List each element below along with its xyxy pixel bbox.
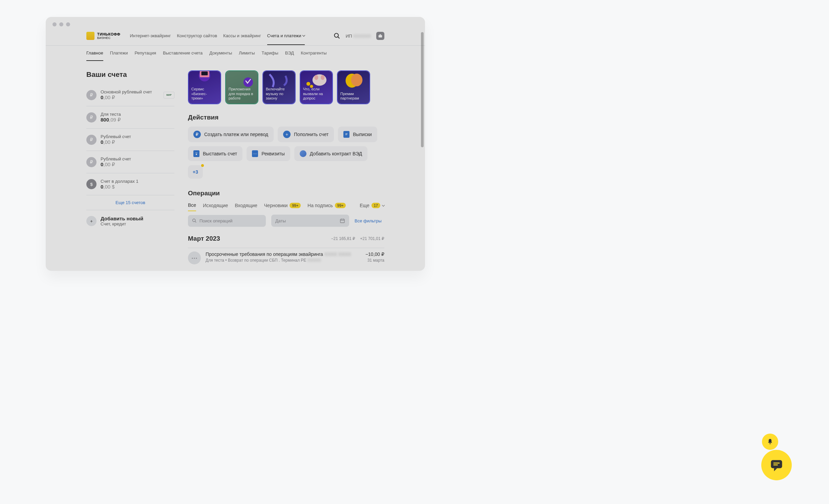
dollar-icon: $ [86, 179, 97, 189]
op-tab-incoming[interactable]: Входящие [235, 203, 257, 208]
account-name: Для теста [101, 112, 174, 117]
subnav-main[interactable]: Главное [86, 50, 103, 61]
subnav-reputation[interactable]: Репутация [134, 50, 156, 56]
story-card[interactable]: Премии партнерам [337, 70, 370, 104]
operations-title: Операции [188, 190, 384, 197]
svg-line-26 [195, 221, 196, 223]
invoice-icon [193, 150, 199, 157]
more-accounts-link[interactable]: Еще 15 счетов [86, 195, 174, 210]
action-topup[interactable]: + Пополнить счет [278, 127, 334, 142]
account-name: Рублевый счет [101, 134, 174, 139]
mir-card-badge: МИР [164, 92, 174, 98]
window-dot [66, 22, 70, 26]
search-icon[interactable] [334, 32, 340, 39]
op-tab-outgoing[interactable]: Исходящие [203, 203, 228, 208]
account-balance: 0,00 ₽ [101, 139, 174, 145]
svg-point-25 [193, 219, 195, 222]
add-new-sub: Счет, кредит [101, 221, 174, 226]
briefcase-icon [252, 150, 258, 157]
action-label: Создать платеж или перевод [204, 132, 268, 137]
shield-icon [86, 32, 94, 40]
briefcase-icon[interactable] [376, 32, 384, 40]
nav-builder[interactable]: Конструктор сайтов [177, 33, 217, 39]
operation-avatar: ⋯ [188, 251, 201, 264]
operation-amount: −10,00 ₽ [365, 251, 384, 257]
subnav-limits[interactable]: Лимиты [239, 50, 255, 56]
account-item[interactable]: ₽ Основной рублевый счет 0,00 ₽ МИР [86, 84, 174, 106]
window-dot [52, 22, 57, 26]
action-more[interactable]: +3 [188, 165, 203, 179]
account-item[interactable]: $ Счет в долларах 1 0,00 $ [86, 173, 174, 195]
svg-rect-24 [253, 154, 257, 154]
nav-acquiring[interactable]: Интернет-эквайринг [130, 33, 171, 39]
svg-rect-23 [254, 152, 256, 153]
op-tab-drafts[interactable]: Черновики 99+ [264, 203, 301, 208]
story-card[interactable]: Сервис «Бизнес-треки» [188, 70, 221, 104]
ruble-icon: ₽ [86, 90, 97, 100]
op-tab-sign[interactable]: На подпись 99+ [307, 203, 346, 208]
ruble-icon: ₽ [86, 135, 97, 145]
subnav-payments[interactable]: Платежи [110, 50, 128, 56]
subnav-tariffs[interactable]: Тарифы [262, 50, 278, 56]
subnav-invoicing[interactable]: Выставление счета [163, 50, 203, 56]
profile-name: ИП XXXXXX [346, 34, 371, 39]
account-item[interactable]: ₽ Для теста 800,09 ₽ [86, 106, 174, 129]
subnav-documents[interactable]: Документы [209, 50, 232, 56]
scrollbar[interactable] [421, 32, 424, 147]
add-new-account[interactable]: + Добавить новый Счет, кредит [86, 210, 174, 232]
svg-point-8 [313, 74, 326, 86]
svg-line-1 [338, 37, 339, 39]
brand-logo[interactable]: ТИНЬКОФФ БИЗНЕС [86, 32, 120, 40]
account-balance: 0,00 ₽ [101, 94, 160, 101]
total-in: +21 701,01 ₽ [360, 236, 384, 241]
account-balance: 0,00 $ [101, 184, 174, 190]
action-statements[interactable]: Выписки [338, 127, 377, 142]
op-tab-more[interactable]: Еще 17 [360, 203, 384, 208]
svg-point-0 [334, 34, 338, 38]
svg-point-10 [321, 75, 324, 80]
op-tab-all[interactable]: Все [188, 202, 196, 211]
story-label: Что, если вызвали на допрос [303, 87, 330, 101]
add-new-title: Добавить новый [101, 216, 174, 221]
story-label: Сервис «Бизнес-треки» [191, 87, 218, 101]
subnav-counterparties[interactable]: Контрагенты [301, 50, 327, 56]
story-card[interactable]: Что, если вызвали на допрос [300, 70, 333, 104]
svg-rect-17 [345, 134, 347, 134]
operation-sub: Для теста • Возврат по операции СБП . Те… [206, 258, 361, 263]
account-balance: 800,09 ₽ [101, 117, 174, 123]
action-label: Реквизиты [261, 151, 285, 156]
account-item[interactable]: ₽ Рублевый счет 0,00 ₽ [86, 151, 174, 173]
action-create-payment[interactable]: ₽ Создать платеж или перевод [188, 127, 274, 142]
nav-kassy[interactable]: Кассы и эквайринг [223, 33, 261, 39]
story-card[interactable]: Приложения для порядка в работе [225, 70, 258, 104]
nav-accounts[interactable]: Счета и платежи [267, 33, 305, 45]
account-balance: 0,00 ₽ [101, 161, 174, 168]
action-add-ved[interactable]: Добавить контракт ВЭД [294, 146, 368, 161]
search-operations-input[interactable]: Поиск операций [188, 215, 266, 227]
action-requisites[interactable]: Реквизиты [247, 146, 290, 161]
story-label: Приложения для порядка в работе [229, 87, 255, 101]
svg-rect-2 [379, 35, 382, 38]
svg-rect-18 [345, 135, 347, 135]
story-card[interactable]: Включайте музыку по закону [262, 70, 296, 104]
total-out: −21 165,81 ₽ [331, 236, 356, 241]
operation-date: 31 марта [365, 258, 384, 263]
plus-circle-icon: + [283, 131, 291, 138]
subnav-ved[interactable]: ВЭД [285, 50, 294, 56]
svg-point-9 [314, 75, 318, 80]
all-filters-link[interactable]: Все фильтры [355, 218, 382, 223]
action-invoice[interactable]: Выставить счет [188, 146, 242, 161]
action-label: Добавить контракт ВЭД [310, 151, 362, 156]
badge: 99+ [290, 203, 301, 208]
svg-point-21 [196, 154, 197, 155]
notification-dot [201, 164, 204, 167]
account-name: Основной рублевый счет [101, 89, 160, 94]
svg-point-11 [306, 82, 310, 86]
story-label: Включайте музыку по закону [266, 87, 292, 101]
account-name: Счет в долларах 1 [101, 179, 174, 184]
story-label: Премии партнерам [340, 92, 367, 101]
window-dot [59, 22, 63, 26]
account-item[interactable]: ₽ Рублевый счет 0,00 ₽ [86, 129, 174, 151]
operation-row[interactable]: ⋯ Просроченные требования по операциям э… [188, 248, 384, 268]
dates-input[interactable]: Даты [271, 215, 349, 227]
